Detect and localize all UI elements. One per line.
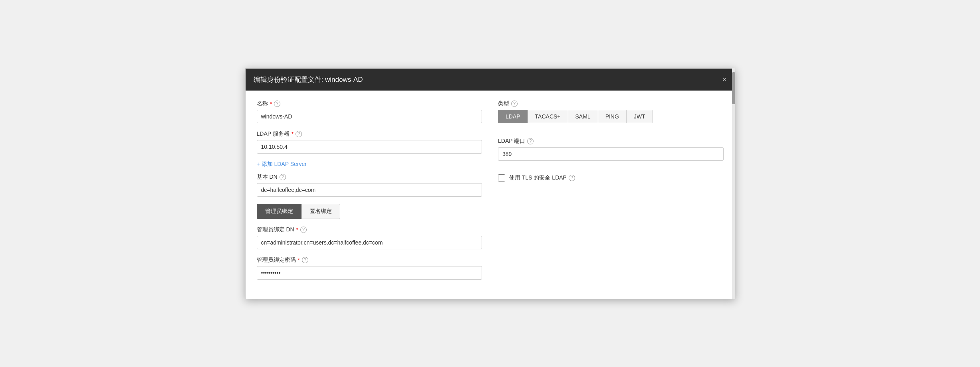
admin-bind-password-help-icon[interactable]: ? [302,257,308,263]
type-help-icon[interactable]: ? [511,101,518,107]
admin-bind-password-required: * [298,257,300,263]
admin-bind-dn-label: 管理员绑定 DN * ? [257,226,482,233]
modal-container: 编辑身份验证配置文件: windows-AD × 名称 * ? [245,68,735,299]
base-dn-group: 基本 DN ? [257,174,482,197]
ldap-port-help-icon[interactable]: ? [527,138,534,144]
type-group: 类型 ? LDAP TACACS+ SAML PING JWT [498,100,724,123]
left-column: 名称 * ? LDAP 服务器 * ? + 添加 LDAP [257,100,482,287]
add-server-link[interactable]: + 添加 LDAP Server [257,161,482,168]
type-btn-ldap[interactable]: LDAP [498,110,528,123]
name-required: * [270,101,272,107]
modal-title: 编辑身份验证配置文件: windows-AD [254,75,363,84]
modal-body: 名称 * ? LDAP 服务器 * ? + 添加 LDAP [246,91,735,299]
ldap-server-input[interactable] [257,140,482,154]
close-button[interactable]: × [722,76,727,83]
ldap-port-group: LDAP 端口 ? [498,138,724,161]
tls-label: 使用 TLS 的安全 LDAP ? [509,174,575,182]
modal-header: 编辑身份验证配置文件: windows-AD × [246,69,735,91]
admin-bind-dn-input[interactable] [257,236,482,249]
name-label: 名称 * ? [257,100,482,107]
ldap-server-label: LDAP 服务器 * ? [257,130,482,138]
admin-bind-dn-required: * [296,227,298,233]
base-dn-help-icon[interactable]: ? [280,174,286,180]
type-label: 类型 ? [498,100,724,107]
base-dn-input[interactable] [257,183,482,197]
ldap-server-help-icon[interactable]: ? [296,131,302,137]
tls-help-icon[interactable]: ? [569,175,575,181]
name-input[interactable] [257,110,482,123]
modal-wrapper: 编辑身份验证配置文件: windows-AD × 名称 * ? [245,68,735,299]
bind-tabs: 管理员绑定 匿名绑定 [257,204,482,219]
ldap-port-input[interactable] [498,147,724,161]
ldap-server-required: * [292,131,294,137]
type-buttons: LDAP TACACS+ SAML PING JWT [498,110,724,123]
tls-row: 使用 TLS 的安全 LDAP ? [498,174,724,182]
admin-bind-password-group: 管理员绑定密码 * ? [257,257,482,280]
bind-tab-admin[interactable]: 管理员绑定 [257,204,302,219]
admin-bind-dn-group: 管理员绑定 DN * ? [257,226,482,249]
type-btn-ping[interactable]: PING [598,110,626,123]
admin-bind-dn-help-icon[interactable]: ? [300,227,307,233]
bind-tab-anon[interactable]: 匿名绑定 [302,204,340,219]
name-group: 名称 * ? [257,100,482,123]
admin-bind-password-label: 管理员绑定密码 * ? [257,257,482,264]
type-btn-tacacs[interactable]: TACACS+ [528,110,568,123]
base-dn-label: 基本 DN ? [257,174,482,181]
scrollbar-track[interactable] [732,68,735,299]
right-column: 类型 ? LDAP TACACS+ SAML PING JWT LDAP 端口 [498,100,724,287]
name-help-icon[interactable]: ? [274,101,280,107]
ldap-port-label: LDAP 端口 ? [498,138,724,145]
type-btn-saml[interactable]: SAML [568,110,598,123]
ldap-server-group: LDAP 服务器 * ? [257,130,482,154]
type-btn-jwt[interactable]: JWT [626,110,653,123]
tls-checkbox[interactable] [498,174,505,182]
scrollbar-thumb[interactable] [732,72,735,104]
admin-bind-password-input[interactable] [257,266,482,280]
